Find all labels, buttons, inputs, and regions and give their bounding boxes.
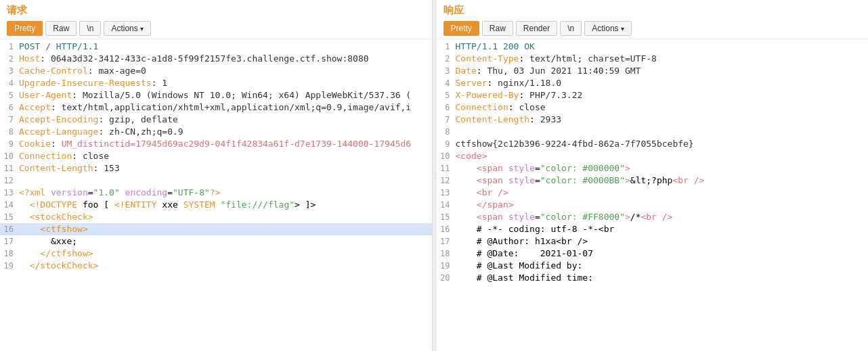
line-number: 13: [0, 187, 19, 199]
table-row: 15 <span style="color: #FF8000">/*<br />: [437, 211, 869, 223]
line-number: 18: [0, 248, 19, 260]
table-row: 8Accept-Language: zh-CN,zh;q=0.9: [0, 126, 432, 138]
line-content: # @Author: h1xa<br />: [456, 235, 869, 248]
table-row: 1POST / HTTP/1.1: [0, 41, 432, 53]
line-content: <span style="color: #000000">: [456, 162, 869, 174]
response-header: 响应 Pretty Raw Render \n Actions ▾: [437, 0, 869, 39]
line-number: 14: [437, 199, 456, 211]
line-content: [456, 126, 869, 138]
line-content: <span style="color: #0000BB">&lt;?php<br…: [456, 174, 869, 187]
line-content: [19, 174, 432, 187]
line-content: Connection: close: [456, 101, 869, 114]
table-row: 17 # @Author: h1xa<br />: [437, 235, 869, 248]
response-newline-btn[interactable]: \n: [560, 21, 582, 36]
response-title: 响应: [443, 4, 862, 17]
request-actions-btn[interactable]: Actions ▾: [104, 21, 150, 36]
line-content: Upgrade-Insecure-Requests: 1: [19, 77, 432, 89]
line-number: 11: [0, 162, 19, 174]
line-number: 18: [437, 248, 456, 260]
line-number: 13: [437, 187, 456, 199]
line-content: <code>: [456, 150, 869, 162]
line-content: X-Powered-By: PHP/7.3.22: [456, 89, 869, 101]
response-pretty-btn[interactable]: Pretty: [443, 21, 479, 36]
line-content: &xxe;: [19, 235, 432, 248]
line-content: Server: nginx/1.18.0: [456, 77, 869, 89]
table-row: 16 # -*- coding: utf-8 -*-<br: [437, 223, 869, 235]
response-actions-label: Actions: [592, 24, 618, 33]
response-actions-btn[interactable]: Actions ▾: [584, 21, 631, 36]
line-content: </ctfshow>: [19, 248, 432, 260]
response-content[interactable]: 1HTTP/1.1 200 OK2Content-Type: text/html…: [437, 39, 869, 351]
response-panel: 响应 Pretty Raw Render \n Actions ▾ 1HTTP/…: [437, 0, 869, 351]
request-actions-label: Actions: [111, 24, 137, 33]
line-number: 1: [0, 41, 19, 53]
line-content: Content-Type: text/html; charset=UTF-8: [456, 53, 869, 65]
line-number: 8: [0, 126, 19, 138]
request-pretty-btn[interactable]: Pretty: [7, 21, 43, 36]
line-content: <!DOCTYPE foo [ <!ENTITY xxe SYSTEM "fil…: [19, 199, 432, 211]
line-content: <stockCheck>: [19, 211, 432, 223]
line-number: 15: [437, 211, 456, 223]
table-row: 20 # @Last Modified time:: [437, 272, 869, 284]
line-number: 11: [437, 162, 456, 174]
line-number: 2: [437, 53, 456, 65]
line-content: <?xml version="1.0" encoding="UTF-8"?>: [19, 187, 432, 199]
line-number: 12: [0, 174, 19, 187]
table-row: 7Content-Length: 2933: [437, 114, 869, 126]
line-content: # @Last Modified by:: [456, 260, 869, 272]
line-content: Cookie: UM_distinctid=17945d69ac29d9-04f…: [19, 138, 432, 150]
table-row: 19 </stockCheck>: [0, 260, 432, 272]
line-content: Accept: text/html,application/xhtml+xml,…: [19, 101, 432, 114]
response-render-btn[interactable]: Render: [516, 21, 557, 36]
line-number: 3: [0, 65, 19, 77]
request-title: 请求: [7, 4, 425, 17]
line-content: Cache-Control: max-age=0: [19, 65, 432, 77]
line-content: Connection: close: [19, 150, 432, 162]
request-header: 请求 Pretty Raw \n Actions ▾: [0, 0, 432, 39]
table-row: 12: [0, 174, 432, 187]
request-panel: 请求 Pretty Raw \n Actions ▾ 1POST / HTTP/…: [0, 0, 433, 351]
line-number: 14: [0, 199, 19, 211]
line-number: 17: [0, 235, 19, 248]
line-number: 4: [437, 77, 456, 89]
table-row: 18 # @Date: 2021-01-07: [437, 248, 869, 260]
request-newline-btn[interactable]: \n: [79, 21, 101, 36]
line-number: 1: [437, 41, 456, 53]
line-number: 2: [0, 53, 19, 65]
table-row: 5User-Agent: Mozilla/5.0 (Windows NT 10.…: [0, 89, 432, 101]
line-content: Content-Length: 153: [19, 162, 432, 174]
response-raw-btn[interactable]: Raw: [482, 21, 513, 36]
line-number: 5: [437, 89, 456, 101]
line-number: 4: [0, 77, 19, 89]
line-number: 6: [437, 101, 456, 114]
table-row: 19 # @Last Modified by:: [437, 260, 869, 272]
table-row: 11 <span style="color: #000000">: [437, 162, 869, 174]
table-row: 14 <!DOCTYPE foo [ <!ENTITY xxe SYSTEM "…: [0, 199, 432, 211]
line-number: 9: [0, 138, 19, 150]
table-row: 13 <br />: [437, 187, 869, 199]
table-row: 16 <ctfshow>: [0, 223, 432, 235]
table-row: 8: [437, 126, 869, 138]
table-row: 1HTTP/1.1 200 OK: [437, 41, 869, 53]
line-content: POST / HTTP/1.1: [19, 41, 432, 53]
response-toolbar: Pretty Raw Render \n Actions ▾: [443, 21, 862, 36]
line-content: <ctfshow>: [19, 223, 432, 235]
request-raw-btn[interactable]: Raw: [45, 21, 77, 36]
line-number: 17: [437, 235, 456, 248]
line-content: <br />: [456, 187, 869, 199]
table-row: 6Accept: text/html,application/xhtml+xml…: [0, 101, 432, 114]
table-row: 4Server: nginx/1.18.0: [437, 77, 869, 89]
table-row: 9Cookie: UM_distinctid=17945d69ac29d9-04…: [0, 138, 432, 150]
line-content: Accept-Language: zh-CN,zh;q=0.9: [19, 126, 432, 138]
table-row: 4Upgrade-Insecure-Requests: 1: [0, 77, 432, 89]
table-row: 12 <span style="color: #0000BB">&lt;?php…: [437, 174, 869, 187]
line-number: 16: [437, 223, 456, 235]
line-content: <span style="color: #FF8000">/*<br />: [456, 211, 869, 223]
line-number: 7: [437, 114, 456, 126]
table-row: 3Date: Thu, 03 Jun 2021 11:40:59 GMT: [437, 65, 869, 77]
line-content: Content-Length: 2933: [456, 114, 869, 126]
request-toolbar: Pretty Raw \n Actions ▾: [7, 21, 425, 36]
request-content[interactable]: 1POST / HTTP/1.12Host: 064a3d32-3412-433…: [0, 39, 432, 351]
line-number: 9: [437, 138, 456, 150]
table-row: 14 </span>: [437, 199, 869, 211]
